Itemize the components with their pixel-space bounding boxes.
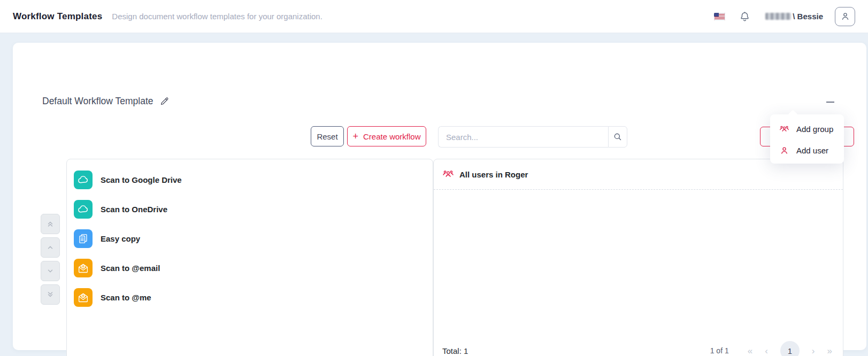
workflow-row-easy-copy[interactable]: Easy copy	[74, 224, 433, 253]
total-count-label: Total: 1	[442, 346, 468, 355]
menu-item-add-user[interactable]: Add user	[770, 140, 844, 161]
email-at-icon: @	[74, 259, 93, 277]
reorder-arrow-stack	[41, 214, 60, 305]
workflow-row-scan-to-me[interactable]: @ Scan to @me	[74, 283, 433, 312]
menu-item-label: Add user	[796, 146, 828, 155]
workflow-template-card: Default Workflow Template Reset + Create…	[13, 43, 866, 350]
move-bottom-button[interactable]	[41, 284, 60, 305]
first-page-icon[interactable]: «	[748, 346, 752, 355]
edit-title-pencil-icon[interactable]	[159, 96, 170, 106]
workflow-label: Scan to @email	[101, 264, 160, 273]
menu-item-label: Add group	[796, 125, 833, 134]
move-down-button[interactable]	[41, 261, 60, 281]
logged-in-user: \ Bessie	[765, 12, 823, 21]
workflow-label: Easy copy	[101, 234, 140, 243]
cloud-icon	[74, 171, 93, 189]
last-page-icon[interactable]: »	[827, 346, 832, 355]
add-user-icon	[779, 145, 789, 156]
workflow-list-panel: Scan to Google Drive Scan to OneDrive Ea…	[66, 159, 433, 356]
current-page-button[interactable]: 1	[780, 341, 800, 356]
svg-text:@: @	[81, 295, 85, 298]
member-row-all-users[interactable]: All users in Roger	[434, 159, 843, 190]
page-title: Workflow Templates	[13, 11, 102, 22]
username-label: \ Bessie	[793, 12, 823, 21]
user-group-icon	[442, 168, 454, 180]
chevron-down-icon	[47, 267, 54, 275]
card-title-row: Default Workflow Template	[42, 96, 170, 107]
search-input[interactable]	[438, 126, 608, 148]
workflow-row-scan-to-email[interactable]: @ Scan to @email	[74, 253, 433, 283]
move-top-button[interactable]	[41, 214, 60, 234]
workflow-label: Scan to OneDrive	[101, 205, 167, 214]
search-icon	[613, 132, 623, 142]
email-at-icon: @	[74, 288, 93, 307]
svg-text:@: @	[81, 265, 85, 268]
redacted-tenant-name	[765, 13, 791, 20]
workflow-label: Scan to @me	[101, 293, 151, 302]
add-group-icon	[779, 124, 789, 134]
create-workflow-label: Create workflow	[363, 132, 421, 141]
notifications-bell-icon[interactable]	[739, 11, 750, 22]
chevron-up-icon	[47, 244, 54, 251]
workflow-row-google-drive[interactable]: Scan to Google Drive	[74, 165, 433, 195]
next-page-icon[interactable]: ›	[812, 346, 815, 355]
collapse-card-button[interactable]	[826, 102, 834, 103]
member-group-label: All users in Roger	[459, 170, 528, 179]
topbar-actions: \ Bessie	[714, 7, 855, 26]
cloud-icon	[74, 200, 93, 219]
members-panel: All users in Roger Total: 1 1 of 1 « ‹ 1…	[433, 159, 843, 356]
user-menu-button[interactable]	[835, 7, 855, 26]
top-header: Workflow Templates Design document workf…	[0, 0, 868, 33]
workflow-label: Scan to Google Drive	[101, 175, 182, 184]
reset-button[interactable]: Reset	[311, 126, 344, 146]
page-range-label: 1 of 1	[710, 346, 729, 355]
create-workflow-button[interactable]: + Create workflow	[347, 126, 426, 146]
copy-pages-icon	[74, 229, 93, 248]
search-group	[438, 126, 627, 148]
double-chevron-up-icon	[47, 220, 54, 228]
prev-page-icon[interactable]: ‹	[765, 346, 768, 355]
plus-icon: +	[352, 131, 358, 141]
add-members-dropdown-menu: Add group Add user	[770, 114, 844, 164]
workflow-row-onedrive[interactable]: Scan to OneDrive	[74, 195, 433, 224]
language-flag-icon[interactable]	[714, 13, 725, 20]
search-button[interactable]	[608, 126, 627, 148]
menu-item-add-group[interactable]: Add group	[770, 118, 844, 140]
page-subtitle: Design document workflow templates for y…	[112, 12, 322, 21]
template-title: Default Workflow Template	[42, 96, 153, 107]
move-up-button[interactable]	[41, 237, 60, 258]
members-footer: Total: 1 1 of 1 « ‹ 1 › »	[434, 341, 843, 356]
pagination: 1 of 1 « ‹ 1 › »	[710, 341, 832, 356]
double-chevron-down-icon	[47, 291, 54, 298]
